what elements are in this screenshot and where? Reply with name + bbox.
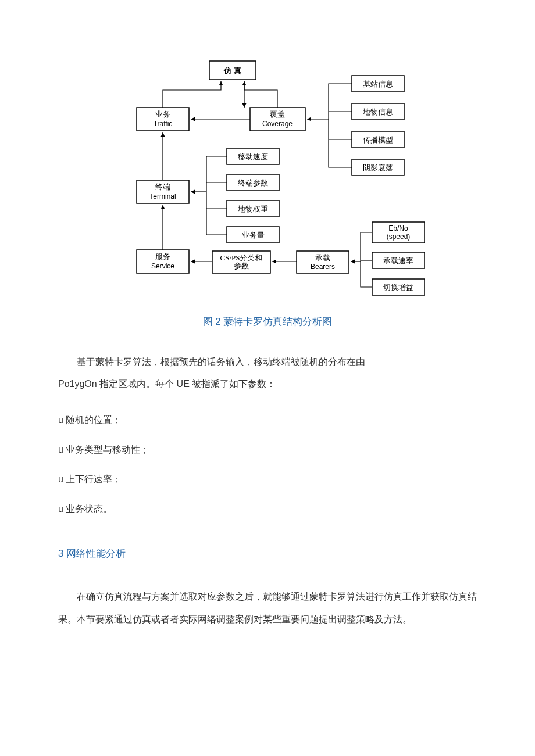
para2-text: 在确立仿真流程与方案并选取对应参数之后，就能够通过蒙特卡罗算法进行仿真工作并获取…	[58, 586, 477, 630]
node-coverage-en: Coverage	[262, 120, 293, 128]
monte-carlo-diagram: .bx { fill:#fff; stroke:#000; stroke-wid…	[105, 58, 430, 308]
node-simulation: 仿 真	[223, 66, 241, 75]
node-csps2: 参数	[234, 261, 249, 270]
node-prop-model: 传播模型	[363, 135, 393, 144]
paragraph-1: 基于蒙特卡罗算法，根据预先的话务输入，移动终端被随机的分布在由 Po1ygOn …	[58, 351, 477, 396]
node-ebno: Eb/No	[388, 224, 408, 232]
node-bearers-en: Bearers	[311, 263, 335, 271]
figure-caption: 图 2 蒙特卡罗仿真结构分析图	[58, 314, 477, 331]
node-traffic: 业务	[155, 110, 170, 119]
node-clutter-weight: 地物权重	[237, 205, 268, 213]
node-ebno2: (speed)	[387, 232, 411, 241]
node-bearers: 承载	[315, 253, 330, 262]
list-item-4: u 业务状态。	[58, 501, 477, 517]
node-coverage: 覆盖	[270, 110, 285, 119]
paragraph-2: 在确立仿真流程与方案并选取对应参数之后，就能够通过蒙特卡罗算法进行仿真工作并获取…	[58, 586, 477, 630]
section-3-heading: 3 网络性能分析	[58, 546, 477, 562]
list-item-1: u 随机的位置；	[58, 412, 477, 428]
node-csps: CS/PS分类和	[220, 253, 263, 262]
node-traffic-volume: 业务量	[242, 231, 265, 239]
list-item-2: u 业务类型与移动性；	[58, 442, 477, 457]
node-ho-gain: 切换增益	[383, 283, 413, 292]
node-traffic-en: Traffic	[154, 120, 173, 128]
node-shadow: 阴影衰落	[363, 163, 393, 172]
list-item-3: u 上下行速率；	[58, 471, 477, 487]
node-bs-info: 基站信息	[363, 80, 393, 88]
diagram-container: .bx { fill:#fff; stroke:#000; stroke-wid…	[58, 58, 477, 308]
node-bearer-rate: 承载速率	[383, 256, 413, 265]
node-clutter-info: 地物信息	[362, 108, 393, 116]
node-service: 服务	[155, 252, 170, 261]
para1-line2: Po1ygOn 指定区域内。每个 UE 被指派了如下参数：	[58, 379, 276, 389]
node-terminal: 终端	[155, 182, 170, 191]
node-term-params: 终端参数	[238, 178, 268, 187]
node-service-en: Service	[151, 262, 174, 270]
node-move-speed: 移动速度	[238, 152, 268, 161]
node-terminal-en: Terminal	[149, 192, 176, 200]
para1-line1: 基于蒙特卡罗算法，根据预先的话务输入，移动终端被随机的分布在由	[58, 351, 477, 373]
